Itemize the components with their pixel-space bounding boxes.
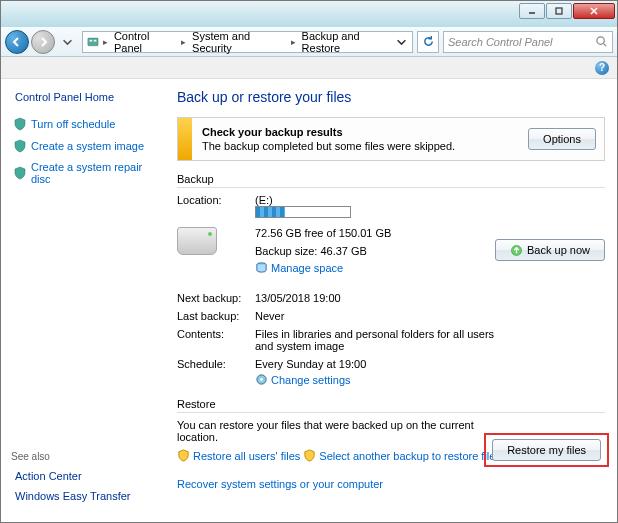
sidebar-link-create-system-image[interactable]: Create a system image xyxy=(9,139,163,153)
space-progress xyxy=(255,206,351,218)
restore-my-files-button[interactable]: Restore my files xyxy=(492,439,601,461)
row-label: Schedule: xyxy=(177,358,255,388)
disk-icon xyxy=(255,261,268,274)
svg-point-12 xyxy=(260,378,263,381)
svg-rect-4 xyxy=(88,38,98,46)
sidebar-link-action-center[interactable]: Action Center xyxy=(11,470,131,482)
change-settings-link[interactable]: Change settings xyxy=(255,373,351,386)
recover-system-link[interactable]: Recover system settings or your computer xyxy=(177,478,383,490)
back-up-now-button[interactable]: Back up now xyxy=(495,239,605,261)
row-label: Contents: xyxy=(177,328,255,352)
shield-icon xyxy=(303,449,316,462)
backup-icon xyxy=(510,244,523,257)
svg-rect-1 xyxy=(556,8,562,14)
shield-icon xyxy=(13,166,27,180)
sidebar-link-easy-transfer[interactable]: Windows Easy Transfer xyxy=(11,490,131,502)
page-title: Back up or restore your files xyxy=(177,89,605,105)
see-also-label: See also xyxy=(11,451,131,462)
control-panel-home-link[interactable]: Control Panel Home xyxy=(9,91,163,103)
svg-point-7 xyxy=(597,37,604,44)
row-value: Every Sunday at 19:00 xyxy=(255,358,505,370)
nav-bar: ▸ Control Panel ▸ System and Security ▸ … xyxy=(1,27,617,57)
settings-icon xyxy=(255,373,268,386)
sidebar: Control Panel Home Turn off schedule Cre… xyxy=(1,79,171,522)
back-button[interactable] xyxy=(5,30,29,54)
row-value: 13/05/2018 19:00 xyxy=(255,292,605,304)
chevron-right-icon: ▸ xyxy=(291,37,296,47)
breadcrumb[interactable]: ▸ Control Panel ▸ System and Security ▸ … xyxy=(82,31,413,53)
dropdown-history-icon[interactable] xyxy=(61,35,74,48)
maximize-button[interactable] xyxy=(546,3,572,19)
refresh-button[interactable] xyxy=(417,31,439,53)
search-placeholder: Search Control Panel xyxy=(448,36,553,48)
breadcrumb-item[interactable]: System and Security xyxy=(190,30,287,54)
restore-all-users-link[interactable]: Restore all users' files xyxy=(177,449,300,462)
shield-icon xyxy=(177,449,190,462)
sidebar-link-label: Turn off schedule xyxy=(31,118,115,130)
backup-results-alert: Check your backup results The backup com… xyxy=(177,117,605,161)
shield-icon xyxy=(13,117,27,131)
sidebar-link-create-repair-disc[interactable]: Create a system repair disc xyxy=(9,161,163,185)
backup-size: Backup size: 46.37 GB xyxy=(255,245,505,257)
window-titlebar xyxy=(1,1,617,27)
row-value: Files in libraries and personal folders … xyxy=(255,328,605,352)
alert-accent-bar xyxy=(178,118,192,160)
svg-rect-5 xyxy=(90,40,93,42)
content-pane: Back up or restore your files Check your… xyxy=(171,79,617,522)
alert-title: Check your backup results xyxy=(202,126,518,138)
shield-icon xyxy=(13,139,27,153)
options-button[interactable]: Options xyxy=(528,128,596,150)
breadcrumb-item[interactable]: Backup and Restore xyxy=(300,30,395,54)
control-panel-icon xyxy=(87,35,99,48)
drive-letter: (E:) xyxy=(255,194,505,206)
chevron-right-icon: ▸ xyxy=(103,37,108,47)
location-label: Location: xyxy=(177,194,255,221)
forward-button[interactable] xyxy=(31,30,55,54)
sidebar-link-label: Create a system repair disc xyxy=(31,161,163,185)
sidebar-link-label: Create a system image xyxy=(31,140,144,152)
highlight-box: Restore my files xyxy=(484,433,609,467)
row-label: Last backup: xyxy=(177,310,255,322)
sidebar-link-turn-off-schedule[interactable]: Turn off schedule xyxy=(9,117,163,131)
chevron-right-icon: ▸ xyxy=(181,37,186,47)
search-icon xyxy=(595,35,608,48)
backup-section-title: Backup xyxy=(177,173,605,188)
restore-section-title: Restore xyxy=(177,398,605,413)
alert-body: The backup completed but some files were… xyxy=(202,140,518,152)
free-space: 72.56 GB free of 150.01 GB xyxy=(255,227,505,239)
svg-rect-6 xyxy=(94,40,97,42)
row-value: Never xyxy=(255,310,605,322)
svg-line-8 xyxy=(603,43,606,46)
breadcrumb-item[interactable]: Control Panel xyxy=(112,30,177,54)
manage-space-link[interactable]: Manage space xyxy=(255,261,343,274)
drive-icon xyxy=(177,227,217,255)
close-button[interactable] xyxy=(573,3,615,19)
toolbar: ? xyxy=(1,57,617,79)
chevron-down-icon[interactable] xyxy=(395,35,408,48)
search-input[interactable]: Search Control Panel xyxy=(443,31,613,53)
help-icon[interactable]: ? xyxy=(595,61,609,75)
row-label: Next backup: xyxy=(177,292,255,304)
minimize-button[interactable] xyxy=(519,3,545,19)
